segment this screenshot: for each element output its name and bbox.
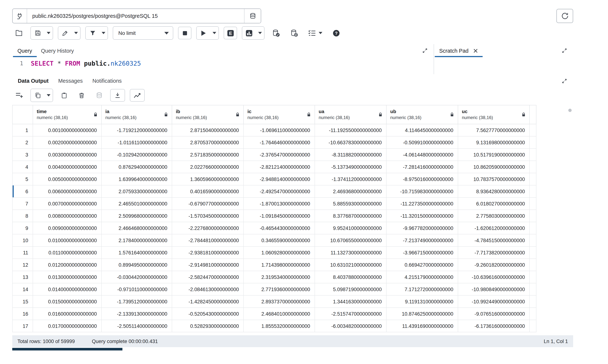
cell[interactable]: -0.5099100000000000	[386, 136, 458, 149]
save-data-button[interactable]	[93, 89, 105, 102]
cell[interactable]: -1.7646460000000000	[244, 136, 315, 149]
cell[interactable]: 0.3465590000000000	[244, 234, 315, 247]
cell[interactable]: 1.3605960000000000	[172, 173, 244, 185]
cell[interactable]: -4.7845150000000000	[458, 234, 529, 247]
tab-messages[interactable]: Messages	[53, 74, 88, 88]
cell[interactable]: -8.3118820000000000	[315, 149, 386, 161]
row-number[interactable]: 4	[13, 161, 33, 173]
row-number[interactable]: 6	[13, 185, 33, 197]
cell[interactable]: 0.0100000000000000	[33, 234, 102, 247]
execute-dropdown-button[interactable]	[210, 27, 219, 39]
cell[interactable]: 2.4684010000000000	[244, 308, 315, 320]
row-number[interactable]: 9	[13, 222, 33, 234]
copy-button[interactable]	[31, 89, 44, 102]
cell[interactable]: -1.7395120000000000	[102, 295, 172, 308]
cell[interactable]: 0.0150000000000000	[33, 295, 102, 308]
cell[interactable]: 4.2151790000000000	[386, 271, 458, 283]
cell[interactable]: -2.9488140000000000	[244, 173, 315, 185]
cell[interactable]: 11.1327300000000000	[315, 247, 386, 259]
cell[interactable]: -0.5205430000000000	[172, 308, 244, 320]
cell[interactable]: -11.1925500000000000	[315, 124, 386, 136]
cell[interactable]: -7.7173820000000000	[458, 247, 529, 259]
tab-scratch-pad[interactable]: Scratch Pad	[435, 44, 483, 57]
filter-button[interactable]	[86, 27, 99, 39]
cell[interactable]: -11.3201500000000000	[386, 210, 458, 222]
cell[interactable]: -0.6790770000000000	[172, 197, 244, 210]
cell[interactable]: -1.0696110000000000	[244, 124, 315, 136]
macros-button[interactable]	[306, 27, 325, 39]
cell[interactable]: 2.8937370000000000	[244, 295, 315, 308]
cell[interactable]: 0.0070000000000000	[33, 197, 102, 210]
tab-query[interactable]: Query	[13, 44, 37, 57]
cell[interactable]: 0.0130000000000000	[33, 271, 102, 283]
cell[interactable]: -8.9750160000000000	[386, 173, 458, 185]
connection-selector[interactable]: public.nk260325/postgres/postgres@Postgr…	[12, 9, 261, 23]
add-row-button[interactable]	[13, 89, 26, 102]
cell[interactable]: -9.2601820000000000	[458, 259, 529, 271]
refresh-button[interactable]	[556, 9, 573, 23]
scratch-pad-body[interactable]	[434, 57, 573, 74]
cell[interactable]: 0.8994950000000000	[102, 259, 172, 271]
row-number[interactable]: 7	[13, 197, 33, 210]
cell[interactable]: -0.1029420000000000	[102, 149, 172, 161]
edit-button[interactable]	[58, 27, 72, 39]
sql-code-line[interactable]: SELECT * FROM public.nk260325	[31, 60, 141, 74]
cell[interactable]: -10.6637830000000000	[315, 136, 386, 149]
cell[interactable]: -3.9667150000000000	[386, 247, 458, 259]
tab-data-output[interactable]: Data Output	[13, 74, 53, 88]
copy-dropdown-button[interactable]	[44, 89, 53, 102]
row-number[interactable]: 15	[13, 295, 33, 308]
cell[interactable]: -2.9381810000000000	[172, 247, 244, 259]
cell[interactable]: 0.0010000000000000	[33, 124, 102, 136]
cell[interactable]: 7.1712720000000000	[386, 283, 458, 295]
open-file-button[interactable]	[12, 27, 26, 39]
row-number[interactable]: 13	[13, 271, 33, 283]
cell[interactable]: 2.5099680000000000	[102, 210, 172, 222]
cell[interactable]: 9.9524100000000000	[315, 222, 386, 234]
cell[interactable]: 0.0060000000000000	[33, 185, 102, 197]
column-header-time[interactable]: timenumeric (38,16)	[33, 105, 102, 124]
cell[interactable]: -1.0116110000000000	[102, 136, 172, 149]
cell[interactable]: 2.7719360000000000	[244, 283, 315, 295]
cell[interactable]: 2.5718350000000000	[172, 149, 244, 161]
cell[interactable]: 5.0987190000000000	[315, 283, 386, 295]
cell[interactable]: 2.8705370000000000	[172, 136, 244, 149]
cell[interactable]: -2.3765470000000000	[244, 149, 315, 161]
cell[interactable]: -6.0034820000000000	[315, 320, 386, 332]
cell[interactable]: -7.2814160000000000	[386, 161, 458, 173]
connection-string[interactable]: public.nk260325/postgres/postgres@Postgr…	[27, 9, 244, 23]
download-button[interactable]	[110, 89, 125, 102]
select-all-corner[interactable]	[13, 105, 33, 124]
column-header-ib[interactable]: ibnumeric (38,16)	[172, 105, 244, 124]
expand-output-panel-button[interactable]	[561, 77, 568, 84]
cell[interactable]: 0.8762940000000000	[102, 161, 172, 173]
cell[interactable]: -2.2276800000000000	[172, 222, 244, 234]
cell[interactable]: -2.5157470000000000	[315, 308, 386, 320]
edit-dropdown-button[interactable]	[72, 27, 80, 39]
cell[interactable]: 2.7758030000000000	[458, 210, 529, 222]
cell[interactable]: 0.5282930000000000	[172, 320, 244, 332]
cell[interactable]: 10.6706550000000000	[315, 234, 386, 247]
cell[interactable]: 10.8620590000000000	[458, 161, 529, 173]
explain-analyze-button[interactable]	[242, 27, 256, 39]
cell[interactable]: 1.3441630000000000	[315, 295, 386, 308]
cell[interactable]: 1.8555320000000000	[244, 320, 315, 332]
explain-analyze-dropdown-button[interactable]	[256, 27, 264, 39]
cell[interactable]: 7.5627770000000000	[458, 124, 529, 136]
row-number[interactable]: 8	[13, 210, 33, 222]
cell[interactable]: 1.5761640000000000	[102, 247, 172, 259]
cell[interactable]: -9.0765160000000000	[458, 308, 529, 320]
cell[interactable]: 0.6694270000000000	[386, 259, 458, 271]
save-dropdown-button[interactable]	[44, 27, 53, 39]
row-number[interactable]: 11	[13, 247, 33, 259]
expand-query-panel-button[interactable]	[422, 47, 428, 54]
cell[interactable]: 0.0020000000000000	[33, 136, 102, 149]
close-scratch-pad-button[interactable]	[473, 48, 478, 53]
stop-button[interactable]	[178, 27, 191, 39]
cell[interactable]: -10.7159830000000000	[386, 185, 458, 197]
cell[interactable]: -7.2137490000000000	[386, 234, 458, 247]
cell[interactable]: 1.0609280000000000	[244, 247, 315, 259]
cell[interactable]: -1.7192120000000000	[102, 124, 172, 136]
cell[interactable]: 10.7837570000000000	[458, 173, 529, 185]
cell[interactable]: -2.8212140000000000	[244, 161, 315, 173]
